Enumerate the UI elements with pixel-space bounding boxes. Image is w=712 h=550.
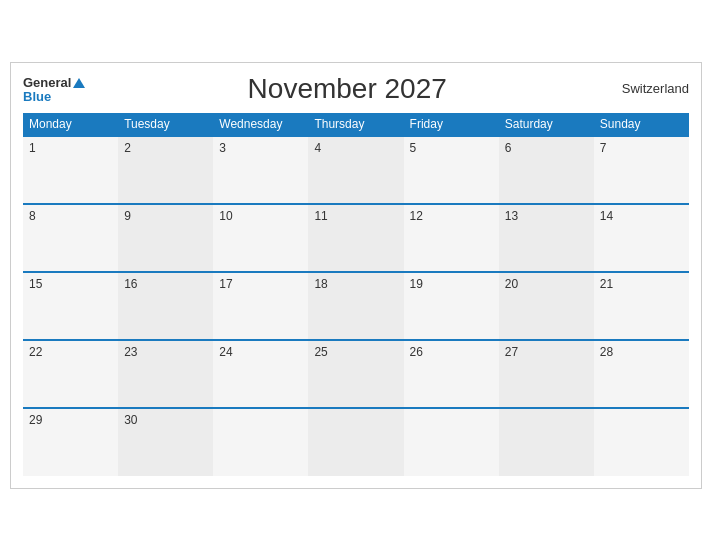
calendar-day-cell: 25 bbox=[308, 340, 403, 408]
calendar-country: Switzerland bbox=[609, 81, 689, 96]
calendar-day-cell: 10 bbox=[213, 204, 308, 272]
day-number: 6 bbox=[505, 141, 512, 155]
day-number: 13 bbox=[505, 209, 518, 223]
day-number: 3 bbox=[219, 141, 226, 155]
logo-blue: Blue bbox=[23, 90, 85, 103]
day-number: 26 bbox=[410, 345, 423, 359]
day-number: 8 bbox=[29, 209, 36, 223]
day-number: 17 bbox=[219, 277, 232, 291]
calendar-day-cell bbox=[308, 408, 403, 476]
day-number: 14 bbox=[600, 209, 613, 223]
day-number: 9 bbox=[124, 209, 131, 223]
day-number: 20 bbox=[505, 277, 518, 291]
calendar-day-cell: 19 bbox=[404, 272, 499, 340]
day-number: 27 bbox=[505, 345, 518, 359]
calendar-day-cell: 2 bbox=[118, 136, 213, 204]
calendar-day-cell: 30 bbox=[118, 408, 213, 476]
calendar-day-cell: 27 bbox=[499, 340, 594, 408]
day-number: 21 bbox=[600, 277, 613, 291]
calendar-week-row: 891011121314 bbox=[23, 204, 689, 272]
calendar-day-cell: 28 bbox=[594, 340, 689, 408]
day-number: 11 bbox=[314, 209, 327, 223]
day-number: 24 bbox=[219, 345, 232, 359]
day-number: 22 bbox=[29, 345, 42, 359]
day-number: 19 bbox=[410, 277, 423, 291]
header-thursday: Thursday bbox=[308, 113, 403, 136]
calendar-day-cell: 5 bbox=[404, 136, 499, 204]
logo-general: General bbox=[23, 74, 85, 90]
calendar-day-cell: 8 bbox=[23, 204, 118, 272]
calendar-day-cell: 9 bbox=[118, 204, 213, 272]
calendar-day-cell: 15 bbox=[23, 272, 118, 340]
day-number: 1 bbox=[29, 141, 36, 155]
calendar-day-cell: 6 bbox=[499, 136, 594, 204]
logo: General Blue bbox=[23, 74, 85, 103]
header-tuesday: Tuesday bbox=[118, 113, 213, 136]
calendar-day-cell: 21 bbox=[594, 272, 689, 340]
calendar-day-cell: 16 bbox=[118, 272, 213, 340]
calendar-week-row: 2930 bbox=[23, 408, 689, 476]
calendar-day-cell: 12 bbox=[404, 204, 499, 272]
calendar-day-cell bbox=[213, 408, 308, 476]
calendar-day-cell: 23 bbox=[118, 340, 213, 408]
header-saturday: Saturday bbox=[499, 113, 594, 136]
day-number: 30 bbox=[124, 413, 137, 427]
calendar-day-cell: 17 bbox=[213, 272, 308, 340]
day-number: 18 bbox=[314, 277, 327, 291]
logo-triangle-icon bbox=[73, 78, 85, 88]
calendar-day-cell: 24 bbox=[213, 340, 308, 408]
day-number: 10 bbox=[219, 209, 232, 223]
calendar-week-row: 15161718192021 bbox=[23, 272, 689, 340]
day-number: 5 bbox=[410, 141, 417, 155]
calendar-day-cell: 29 bbox=[23, 408, 118, 476]
calendar-day-cell: 7 bbox=[594, 136, 689, 204]
calendar-day-cell: 22 bbox=[23, 340, 118, 408]
day-number: 16 bbox=[124, 277, 137, 291]
day-number: 12 bbox=[410, 209, 423, 223]
calendar-day-cell: 14 bbox=[594, 204, 689, 272]
calendar-header: General Blue November 2027 Switzerland bbox=[23, 73, 689, 105]
day-number: 28 bbox=[600, 345, 613, 359]
calendar-day-cell: 20 bbox=[499, 272, 594, 340]
calendar-table: MondayTuesdayWednesdayThursdayFridaySatu… bbox=[23, 113, 689, 476]
calendar-day-cell: 26 bbox=[404, 340, 499, 408]
header-friday: Friday bbox=[404, 113, 499, 136]
day-number: 7 bbox=[600, 141, 607, 155]
calendar-day-cell: 4 bbox=[308, 136, 403, 204]
calendar-day-cell: 1 bbox=[23, 136, 118, 204]
day-number: 4 bbox=[314, 141, 321, 155]
calendar-day-cell bbox=[499, 408, 594, 476]
header-wednesday: Wednesday bbox=[213, 113, 308, 136]
calendar-day-cell: 3 bbox=[213, 136, 308, 204]
day-number: 25 bbox=[314, 345, 327, 359]
day-number: 2 bbox=[124, 141, 131, 155]
calendar-week-row: 22232425262728 bbox=[23, 340, 689, 408]
header-monday: Monday bbox=[23, 113, 118, 136]
calendar-container: General Blue November 2027 Switzerland M… bbox=[10, 62, 702, 489]
calendar-day-cell: 11 bbox=[308, 204, 403, 272]
calendar-title: November 2027 bbox=[85, 73, 609, 105]
day-number: 15 bbox=[29, 277, 42, 291]
calendar-day-cell bbox=[594, 408, 689, 476]
calendar-day-cell: 18 bbox=[308, 272, 403, 340]
calendar-day-cell bbox=[404, 408, 499, 476]
calendar-header-row: MondayTuesdayWednesdayThursdayFridaySatu… bbox=[23, 113, 689, 136]
header-sunday: Sunday bbox=[594, 113, 689, 136]
calendar-day-cell: 13 bbox=[499, 204, 594, 272]
day-number: 23 bbox=[124, 345, 137, 359]
calendar-week-row: 1234567 bbox=[23, 136, 689, 204]
day-number: 29 bbox=[29, 413, 42, 427]
